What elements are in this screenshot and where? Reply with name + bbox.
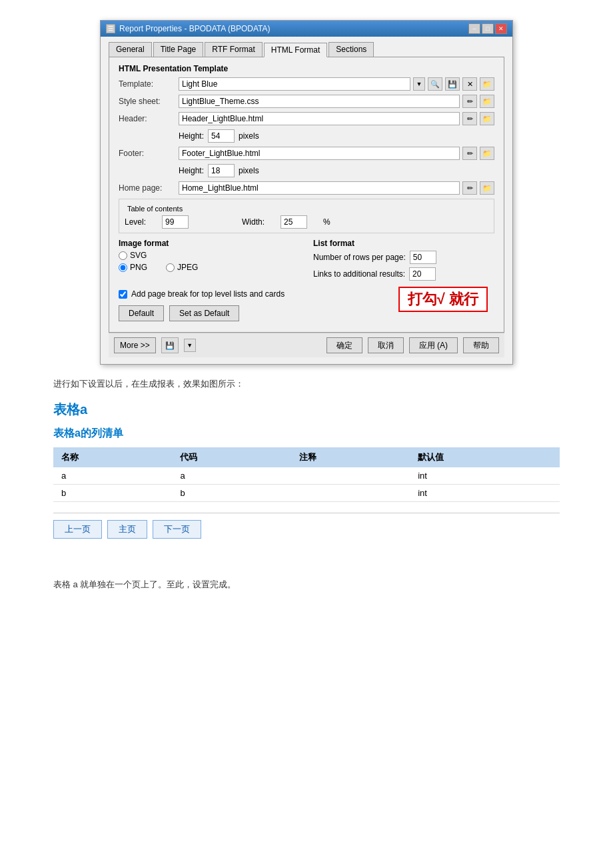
template-folder-button[interactable]: 📁 xyxy=(480,77,494,91)
footer-edit-button[interactable]: ✏ xyxy=(462,147,477,160)
stylesheet-label: Style sheet: xyxy=(119,97,179,106)
width-input[interactable] xyxy=(281,215,307,229)
svg-label: SVG xyxy=(130,251,147,260)
png-radio-row: PNG JPEG xyxy=(119,263,300,272)
row-a-code: a xyxy=(172,467,291,485)
svg-radio[interactable] xyxy=(119,251,127,260)
template-label: Template: xyxy=(119,79,179,89)
footer-input[interactable] xyxy=(179,147,460,160)
home-page-button[interactable]: 主页 xyxy=(107,520,147,539)
header-height-input[interactable] xyxy=(208,129,235,143)
tab-titlepage[interactable]: Title Page xyxy=(153,42,204,57)
stylesheet-folder-button[interactable]: 📁 xyxy=(480,95,494,108)
page-break-checkbox[interactable] xyxy=(119,290,127,299)
next-page-button[interactable]: 下一页 xyxy=(153,520,201,539)
header-row: Header: ✏ 📁 xyxy=(119,112,494,125)
footer-folder-button[interactable]: 📁 xyxy=(480,147,494,160)
template-delete-button[interactable]: ✕ xyxy=(462,77,477,91)
report-properties-dialog: ☰ Report Properties - BPODATA (BPODATA) … xyxy=(100,20,513,365)
header-edit-button[interactable]: ✏ xyxy=(462,112,477,125)
footer-control-group: ✏ 📁 xyxy=(179,147,494,160)
tab-general[interactable]: General xyxy=(109,42,152,57)
links-additional-row: Links to additional results: xyxy=(313,267,494,281)
dialog-title: Report Properties - BPODATA (BPODATA) xyxy=(119,24,271,33)
header-height-label: Height: xyxy=(179,131,204,141)
level-input[interactable] xyxy=(162,215,189,229)
cancel-button[interactable]: 取消 xyxy=(368,337,404,353)
list-format-col: List format Number of rows per page: Lin… xyxy=(313,239,494,284)
tab-sections[interactable]: Sections xyxy=(328,42,374,57)
restore-button[interactable]: □ xyxy=(482,23,494,34)
rows-per-page-row: Number of rows per page: xyxy=(313,251,494,264)
ok-button[interactable]: 确定 xyxy=(326,337,362,353)
stylesheet-input[interactable] xyxy=(179,95,460,108)
footer-height-input[interactable] xyxy=(208,164,235,177)
dialog-icon: ☰ xyxy=(106,24,115,33)
save-dropdown-button[interactable]: ▼ xyxy=(184,339,196,352)
dialog-body: General Title Page RTF Format HTML Forma… xyxy=(101,37,512,364)
intro-text: 进行如下设置以后，在生成报表，效果如图所示： xyxy=(53,378,560,390)
homepage-edit-button[interactable]: ✏ xyxy=(462,181,477,195)
col-comment-header: 注释 xyxy=(291,447,410,467)
template-control-group: ▼ 🔍 💾 ✕ 📁 xyxy=(179,77,494,91)
header-folder-button[interactable]: 📁 xyxy=(480,112,494,125)
content-area: 进行如下设置以后，在生成报表，效果如图所示： 表格a 表格a的列清单 名称 代码… xyxy=(40,378,573,591)
bottom-action-row: More >> 💾 ▼ 确定 取消 应用 (A) 帮助 xyxy=(109,333,504,357)
save-icon-button[interactable]: 💾 xyxy=(161,337,179,353)
toc-title: Table of contents xyxy=(125,205,185,213)
tab-rtfformat[interactable]: RTF Format xyxy=(205,42,262,57)
minimize-button[interactable]: – xyxy=(468,23,480,34)
set-default-button[interactable]: Set as Default xyxy=(169,305,239,321)
jpeg-radio[interactable] xyxy=(166,263,175,272)
homepage-input[interactable] xyxy=(179,181,460,195)
row-b-comment xyxy=(291,485,410,502)
footer-text: 表格 a 就单独在一个页上了。至此，设置完成。 xyxy=(53,579,560,591)
table-header-row: 名称 代码 注释 默认值 xyxy=(53,447,560,467)
png-label: PNG xyxy=(130,263,147,272)
header-input[interactable] xyxy=(179,112,460,125)
stylesheet-control-group: ✏ 📁 xyxy=(179,95,494,108)
row-b-name: b xyxy=(53,485,172,502)
svg-radio-row: SVG xyxy=(119,251,300,260)
more-button[interactable]: More >> xyxy=(114,337,156,353)
template-input[interactable] xyxy=(179,77,410,91)
stylesheet-row: Style sheet: ✏ 📁 xyxy=(119,95,494,108)
row-a-default: int xyxy=(410,467,560,485)
png-radio[interactable] xyxy=(119,263,127,272)
template-save-button[interactable]: 💾 xyxy=(445,77,460,91)
section-heading: HTML Presentation Template xyxy=(119,64,494,73)
tab-bar: General Title Page RTF Format HTML Forma… xyxy=(109,42,504,57)
close-button[interactable]: ✕ xyxy=(495,23,507,34)
table-row: b b int xyxy=(53,485,560,502)
homepage-label: Home page: xyxy=(119,183,179,193)
row-a-name: a xyxy=(53,467,172,485)
titlebar-left: ☰ Report Properties - BPODATA (BPODATA) xyxy=(106,24,271,33)
footer-height-label: Height: xyxy=(179,166,204,175)
rows-per-page-input[interactable] xyxy=(410,251,436,264)
footer-pixels-label: pixels xyxy=(239,166,259,175)
links-additional-input[interactable] xyxy=(409,267,436,281)
apply-button[interactable]: 应用 (A) xyxy=(409,337,458,353)
level-label: Level: xyxy=(125,217,146,227)
prev-page-button[interactable]: 上一页 xyxy=(53,520,102,539)
data-table: 名称 代码 注释 默认值 a a int b b int xyxy=(53,447,560,502)
row-b-default: int xyxy=(410,485,560,502)
header-height-row: Height: pixels xyxy=(179,129,494,143)
template-dropdown-button[interactable]: ▼ xyxy=(413,77,425,91)
table-a-sub-heading: 表格a的列清单 xyxy=(53,427,560,441)
stylesheet-edit-button[interactable]: ✏ xyxy=(462,95,477,108)
page-break-label: Add page break for top level lists and c… xyxy=(131,289,285,299)
default-button[interactable]: Default xyxy=(119,305,164,321)
toc-row: Level: Width: % xyxy=(125,215,488,229)
annotation-box: 打勾√ 就行 xyxy=(398,287,488,312)
rows-per-page-label: Number of rows per page: xyxy=(313,253,406,262)
header-control-group: ✏ 📁 xyxy=(179,112,494,125)
help-button[interactable]: 帮助 xyxy=(463,337,499,353)
tab-htmlformat[interactable]: HTML Format xyxy=(264,43,328,57)
row-a-comment xyxy=(291,467,410,485)
default-buttons-row: Default Set as Default 打勾√ 就行 xyxy=(119,305,494,321)
titlebar-controls: – □ ✕ xyxy=(468,23,507,34)
header-pixels-label: pixels xyxy=(239,131,259,141)
homepage-folder-button[interactable]: 📁 xyxy=(480,181,494,195)
template-search-button[interactable]: 🔍 xyxy=(428,77,442,91)
